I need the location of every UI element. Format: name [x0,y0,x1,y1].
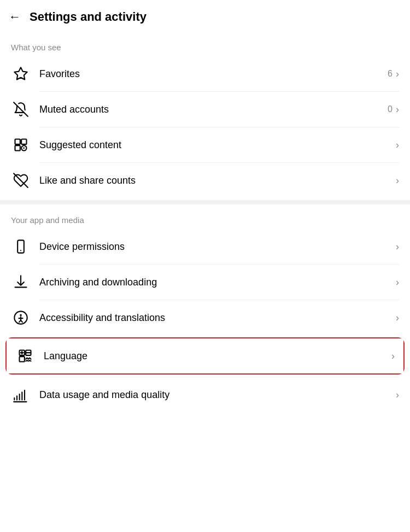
muted-count: 0 [388,104,393,114]
svg-rect-4 [15,145,20,150]
chevron-icon: › [396,139,399,151]
section-label-what-you-see: What you see [0,34,410,56]
chevron-icon: › [396,104,399,115]
language-icon [15,348,35,364]
device-permissions-label: Device permissions [39,241,125,253]
menu-item-device-permissions[interactable]: Device permissions › [0,229,410,264]
svg-marker-0 [14,67,27,79]
bell-slash-icon [11,102,31,117]
chevron-icon: › [396,175,399,186]
menu-item-like-share-counts[interactable]: Like and share counts › [0,163,410,198]
language-label: Language [44,350,87,362]
menu-item-accessibility-translations[interactable]: Accessibility and translations › [0,300,410,335]
language-item-highlighted: Language › [5,337,405,375]
svg-line-16 [21,320,22,323]
svg-marker-6 [23,147,25,149]
archiving-downloading-label: Archiving and downloading [39,277,157,288]
heart-slash-icon [11,173,31,188]
header: ← Settings and activity [0,0,410,34]
accessibility-icon [11,310,31,325]
suggested-content-icon [11,137,31,153]
download-icon [11,274,31,290]
svg-line-1 [14,102,28,116]
menu-item-favorites[interactable]: Favorites 6 › [0,56,410,91]
svg-rect-8 [17,240,24,253]
menu-item-muted-accounts[interactable]: Muted accounts 0 › [0,92,410,127]
section-divider [0,200,410,204]
svg-point-12 [20,314,22,317]
back-arrow-icon: ← [9,10,21,24]
chevron-icon: › [396,312,399,324]
page-title: Settings and activity [30,10,147,24]
data-usage-label: Data usage and media quality [39,389,169,401]
menu-item-language[interactable]: Language › [7,338,403,373]
svg-rect-2 [15,139,20,144]
svg-rect-19 [20,356,25,361]
chevron-icon: › [396,277,399,288]
section-label-app-media: Your app and media [0,207,410,229]
favorites-count: 6 [388,69,393,79]
chevron-icon: › [396,241,399,253]
chevron-icon: › [396,389,399,401]
chevron-icon: › [391,350,395,362]
star-icon [11,66,31,81]
chevron-icon: › [396,68,399,80]
svg-rect-3 [21,139,26,144]
menu-item-data-usage[interactable]: Data usage and media quality › [0,377,410,412]
signal-icon [11,387,31,402]
like-share-counts-label: Like and share counts [39,175,136,186]
menu-item-archiving-downloading[interactable]: Archiving and downloading › [0,265,410,300]
phone-icon [11,239,31,254]
favorites-label: Favorites [39,68,80,80]
muted-accounts-label: Muted accounts [39,104,109,115]
suggested-content-label: Suggested content [39,139,121,151]
back-button[interactable]: ← [9,10,21,24]
menu-item-suggested-content[interactable]: Suggested content › [0,127,410,162]
accessibility-translations-label: Accessibility and translations [39,312,165,324]
